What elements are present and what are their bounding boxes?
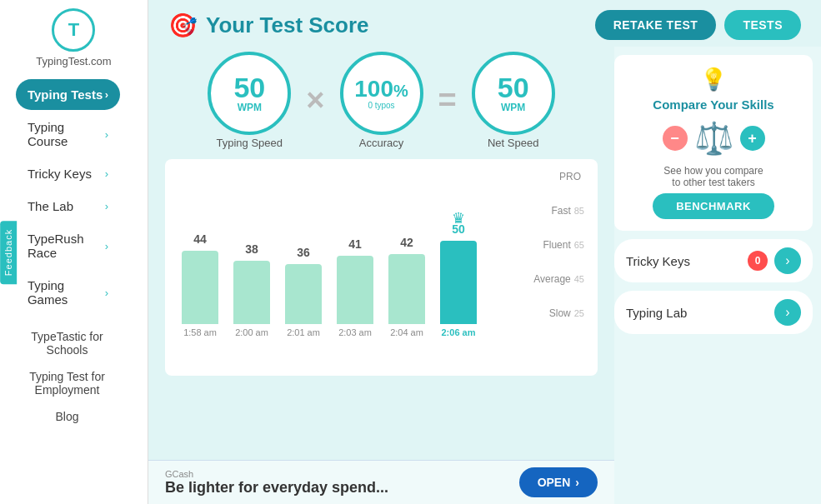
y-label: PRO xyxy=(559,171,581,182)
feedback-tab[interactable]: Feedback xyxy=(0,220,17,283)
chart-container: 441:58 am382:00 am362:01 am412:03 am422:… xyxy=(165,159,598,376)
ad-source: GCash xyxy=(165,469,388,479)
bar-time-label: 2:04 am xyxy=(390,327,423,337)
crown-icon: ♛ xyxy=(452,209,465,227)
chart-bar: 41 xyxy=(337,256,373,324)
typing-lab-arrow-icon[interactable]: › xyxy=(774,299,801,326)
main-body: 50 WPM Typing Speed × 100 % 0 typos Accu… xyxy=(148,47,821,504)
ad-content: GCash Be lighter for everyday spend... xyxy=(165,469,388,497)
bar-group: 422:04 am xyxy=(388,254,425,337)
sidebar-item-tricky-keys[interactable]: Tricky Keys› xyxy=(16,158,120,189)
net-speed-label: Net Speed xyxy=(488,137,538,149)
bar-group: 441:58 am xyxy=(182,251,218,337)
bar-time-label: 2:06 am xyxy=(442,327,476,337)
logo-icon: T xyxy=(52,8,95,52)
scale-icon: ⚖️ xyxy=(694,120,733,157)
left-main: 50 WPM Typing Speed × 100 % 0 typos Accu… xyxy=(148,47,614,504)
bar-value-label: 36 xyxy=(297,246,310,259)
sidebar-plain-blog[interactable]: Blog xyxy=(8,403,127,430)
sidebar: Feedback T TypingTest.com Typing Tests›T… xyxy=(0,0,148,504)
plain-nav-items: TypeTastic for SchoolsTyping Test for Em… xyxy=(8,323,140,430)
sidebar-plain-typetastic-for-schools[interactable]: TypeTastic for Schools xyxy=(8,323,127,363)
header: 🎯 Your Test Score RETAKE TEST TESTS xyxy=(148,0,821,47)
score-row: 50 WPM Typing Speed × 100 % 0 typos Accu… xyxy=(148,47,614,152)
tricky-keys-link[interactable]: Tricky Keys 0 › xyxy=(614,239,813,282)
accuracy-col: 100 % 0 typos Accuracy xyxy=(340,52,423,149)
y-label: Fast xyxy=(551,205,570,217)
percent-sign: % xyxy=(393,82,408,101)
typing-speed-value: 50 xyxy=(233,73,265,102)
y-num: 65 xyxy=(574,240,584,250)
bar-time-label: 1:58 am xyxy=(183,327,217,337)
tests-button[interactable]: TESTS xyxy=(724,10,801,40)
chart-bars: 441:58 am382:00 am362:01 am412:03 am422:… xyxy=(173,171,523,337)
retake-test-button[interactable]: RETAKE TEST xyxy=(595,10,717,40)
ad-title: Be lighter for everyday spend... xyxy=(165,479,388,497)
chart-yaxis: PROFast85Fluent65Average45Slow25 xyxy=(523,171,589,337)
y-axis-row: PRO xyxy=(523,171,584,182)
header-buttons: RETAKE TEST TESTS xyxy=(595,10,801,40)
accuracy-value: 100 xyxy=(354,77,393,101)
bar-value-label: 42 xyxy=(400,236,413,249)
bar-value-label: 41 xyxy=(348,237,362,251)
net-speed-value: 50 xyxy=(498,73,529,102)
typing-speed-circle: 50 WPM xyxy=(208,52,291,135)
sidebar-item-typerush-race[interactable]: TypeRush Race› xyxy=(16,223,120,268)
right-panel: 💡 Compare Your Skills − ⚖️ + See how you… xyxy=(614,47,821,504)
gauge-icon: 🎯 xyxy=(168,12,198,39)
chart-bar: 42 xyxy=(388,254,425,324)
bar-time-label: 2:00 am xyxy=(235,327,268,337)
ad-open-label: OPEN xyxy=(538,476,571,489)
logo-area: T TypingTest.com xyxy=(36,8,111,67)
ad-bar: GCash Be lighter for everyday spend... O… xyxy=(148,460,614,504)
y-label: Slow xyxy=(549,307,571,319)
sidebar-item-the-lab[interactable]: The Lab› xyxy=(16,191,120,222)
bar-value-label: 38 xyxy=(245,242,258,256)
chart-bar: 36 xyxy=(285,264,322,324)
ad-arrow-icon: › xyxy=(575,476,579,489)
benchmark-button[interactable]: BENCHMARK xyxy=(653,193,774,219)
y-axis-row: Slow25 xyxy=(523,307,584,319)
typing-lab-label: Typing Lab xyxy=(626,306,687,320)
tricky-keys-arrow-icon[interactable]: › xyxy=(774,247,801,274)
y-label: Average xyxy=(533,273,570,285)
compare-desc: See how you compare to other test takers xyxy=(663,165,763,188)
main-content: 🎯 Your Test Score RETAKE TEST TESTS 50 W… xyxy=(148,0,821,504)
chart-bar: 44 xyxy=(182,251,218,324)
sidebar-item-typing-course[interactable]: Typing Course› xyxy=(16,112,120,157)
typing-lab-link[interactable]: Typing Lab › xyxy=(614,291,813,334)
logo-text: TypingTest.com xyxy=(36,55,111,67)
y-axis-row: Fluent65 xyxy=(523,239,584,251)
tricky-keys-badge: 0 xyxy=(748,251,768,271)
net-speed-circle: 50 WPM xyxy=(472,52,555,135)
chart-bar: 50♛ xyxy=(440,241,477,324)
bar-group: 50♛2:06 am xyxy=(440,241,477,337)
y-num: 45 xyxy=(574,274,584,284)
chart-bar: 38 xyxy=(233,261,270,324)
chart-inner: 441:58 am382:00 am362:01 am412:03 am422:… xyxy=(173,171,589,337)
nav-items: Typing Tests›Typing Course›Tricky Keys›T… xyxy=(16,79,132,317)
bar-group: 382:00 am xyxy=(233,261,270,337)
minus-button[interactable]: − xyxy=(663,126,688,151)
typing-speed-col: 50 WPM Typing Speed xyxy=(208,52,291,149)
y-num: 25 xyxy=(574,308,584,318)
y-num: 85 xyxy=(574,206,584,216)
net-speed-col: 50 WPM Net Speed xyxy=(472,52,555,149)
ad-open-button[interactable]: OPEN › xyxy=(519,467,598,497)
bar-group: 412:03 am xyxy=(337,256,373,337)
scale-row: − ⚖️ + xyxy=(663,120,765,157)
sidebar-item-typing-games[interactable]: Typing Games› xyxy=(16,270,120,315)
tricky-keys-label: Tricky Keys xyxy=(626,254,690,268)
typing-speed-label: Typing Speed xyxy=(217,137,283,149)
bar-time-label: 2:03 am xyxy=(338,327,372,337)
accuracy-circle: 100 % 0 typos xyxy=(340,52,423,135)
sidebar-item-typing-tests[interactable]: Typing Tests› xyxy=(16,79,120,110)
plus-button[interactable]: + xyxy=(740,126,765,151)
bar-value-label: 44 xyxy=(193,232,207,246)
y-axis-row: Average45 xyxy=(523,273,584,285)
score-title-area: 🎯 Your Test Score xyxy=(168,12,369,39)
typing-speed-unit: WPM xyxy=(238,102,262,113)
compare-title: Compare Your Skills xyxy=(653,97,773,112)
sidebar-plain-typing-test-for-employment[interactable]: Typing Test for Employment xyxy=(8,363,127,403)
typos-label: 0 typos xyxy=(368,101,394,110)
